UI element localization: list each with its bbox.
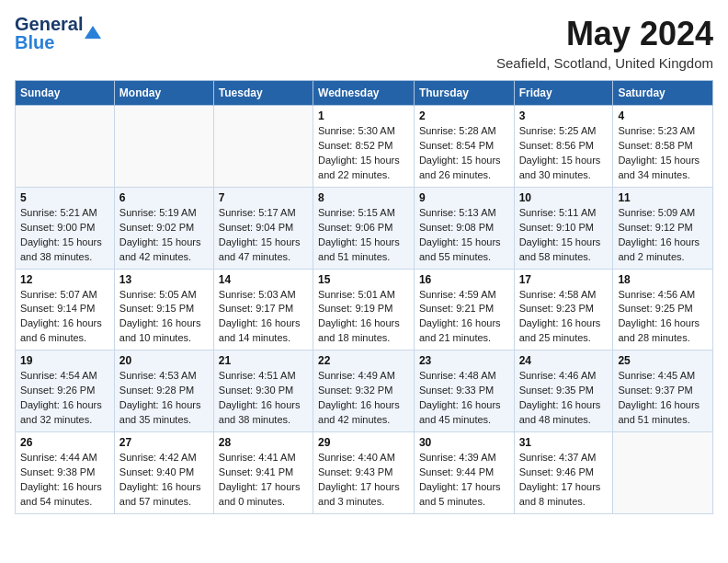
calendar-header-tuesday: Tuesday bbox=[213, 81, 313, 106]
day-detail: Sunrise: 5:13 AMSunset: 9:08 PMDaylight:… bbox=[419, 206, 509, 265]
day-number: 27 bbox=[119, 436, 209, 449]
day-number: 7 bbox=[219, 191, 308, 204]
day-number: 30 bbox=[419, 436, 509, 449]
day-detail: Sunrise: 5:09 AMSunset: 9:12 PMDaylight:… bbox=[618, 206, 708, 265]
day-number: 19 bbox=[20, 354, 109, 367]
logo-general: General bbox=[15, 15, 83, 33]
calendar-cell: 1Sunrise: 5:30 AMSunset: 8:52 PMDaylight… bbox=[313, 106, 415, 188]
day-detail: Sunrise: 4:45 AMSunset: 9:37 PMDaylight:… bbox=[618, 369, 708, 428]
logo-blue: Blue bbox=[15, 33, 83, 52]
calendar-cell: 5Sunrise: 5:21 AMSunset: 9:00 PMDaylight… bbox=[16, 187, 115, 269]
calendar-header-monday: Monday bbox=[114, 81, 213, 106]
day-number: 22 bbox=[318, 354, 409, 367]
svg-marker-0 bbox=[85, 26, 101, 39]
day-detail: Sunrise: 4:42 AMSunset: 9:40 PMDaylight:… bbox=[119, 451, 209, 510]
calendar-cell: 18Sunrise: 4:56 AMSunset: 9:25 PMDayligh… bbox=[613, 269, 713, 350]
calendar-cell: 11Sunrise: 5:09 AMSunset: 9:12 PMDayligh… bbox=[613, 187, 713, 269]
calendar-cell: 6Sunrise: 5:19 AMSunset: 9:02 PMDaylight… bbox=[114, 187, 213, 269]
calendar-cell: 29Sunrise: 4:40 AMSunset: 9:43 PMDayligh… bbox=[313, 432, 415, 514]
day-number: 26 bbox=[20, 436, 109, 449]
day-detail: Sunrise: 4:48 AMSunset: 9:33 PMDaylight:… bbox=[419, 369, 509, 428]
day-detail: Sunrise: 4:49 AMSunset: 9:32 PMDaylight:… bbox=[318, 369, 409, 428]
day-detail: Sunrise: 4:44 AMSunset: 9:38 PMDaylight:… bbox=[20, 451, 109, 510]
day-detail: Sunrise: 4:37 AMSunset: 9:46 PMDaylight:… bbox=[519, 451, 609, 510]
calendar-header-sunday: Sunday bbox=[16, 81, 115, 106]
day-detail: Sunrise: 5:15 AMSunset: 9:06 PMDaylight:… bbox=[318, 206, 409, 265]
day-number: 5 bbox=[20, 191, 109, 204]
day-detail: Sunrise: 5:25 AMSunset: 8:56 PMDaylight:… bbox=[519, 124, 609, 183]
day-number: 4 bbox=[618, 109, 708, 122]
day-number: 24 bbox=[519, 354, 609, 367]
day-detail: Sunrise: 5:01 AMSunset: 9:19 PMDaylight:… bbox=[318, 288, 409, 347]
day-detail: Sunrise: 4:46 AMSunset: 9:35 PMDaylight:… bbox=[519, 369, 609, 428]
header: General Blue May 2024 Seafield, Scotland… bbox=[15, 15, 713, 71]
day-number: 28 bbox=[219, 436, 308, 449]
day-detail: Sunrise: 4:53 AMSunset: 9:28 PMDaylight:… bbox=[119, 369, 209, 428]
day-detail: Sunrise: 5:21 AMSunset: 9:00 PMDaylight:… bbox=[20, 206, 109, 265]
calendar-cell: 25Sunrise: 4:45 AMSunset: 9:37 PMDayligh… bbox=[613, 350, 713, 432]
day-detail: Sunrise: 5:23 AMSunset: 8:58 PMDaylight:… bbox=[618, 124, 708, 183]
calendar-cell bbox=[114, 106, 213, 188]
location: Seafield, Scotland, United Kingdom bbox=[496, 55, 713, 71]
calendar-cell bbox=[613, 432, 713, 514]
day-number: 12 bbox=[20, 273, 109, 286]
day-number: 11 bbox=[618, 191, 708, 204]
day-detail: Sunrise: 5:03 AMSunset: 9:17 PMDaylight:… bbox=[219, 288, 308, 347]
day-number: 29 bbox=[318, 436, 409, 449]
calendar-cell bbox=[16, 106, 115, 188]
calendar-header-row: SundayMondayTuesdayWednesdayThursdayFrid… bbox=[16, 81, 713, 106]
day-number: 8 bbox=[318, 191, 409, 204]
calendar-cell: 4Sunrise: 5:23 AMSunset: 8:58 PMDaylight… bbox=[613, 106, 713, 188]
month-title: May 2024 bbox=[496, 15, 713, 53]
day-detail: Sunrise: 5:19 AMSunset: 9:02 PMDaylight:… bbox=[119, 206, 209, 265]
calendar-cell: 2Sunrise: 5:28 AMSunset: 8:54 PMDaylight… bbox=[414, 106, 514, 188]
title-area: May 2024 Seafield, Scotland, United King… bbox=[496, 15, 713, 71]
day-number: 23 bbox=[419, 354, 509, 367]
calendar-cell: 17Sunrise: 4:58 AMSunset: 9:23 PMDayligh… bbox=[514, 269, 613, 350]
calendar-cell: 26Sunrise: 4:44 AMSunset: 9:38 PMDayligh… bbox=[16, 432, 115, 514]
day-detail: Sunrise: 4:59 AMSunset: 9:21 PMDaylight:… bbox=[419, 288, 509, 347]
calendar-cell: 28Sunrise: 4:41 AMSunset: 9:41 PMDayligh… bbox=[213, 432, 313, 514]
calendar-cell: 19Sunrise: 4:54 AMSunset: 9:26 PMDayligh… bbox=[16, 350, 115, 432]
calendar-cell: 3Sunrise: 5:25 AMSunset: 8:56 PMDaylight… bbox=[514, 106, 613, 188]
calendar-header-saturday: Saturday bbox=[613, 81, 713, 106]
day-number: 13 bbox=[119, 273, 209, 286]
day-number: 25 bbox=[618, 354, 708, 367]
day-detail: Sunrise: 4:54 AMSunset: 9:26 PMDaylight:… bbox=[20, 369, 109, 428]
calendar-cell: 16Sunrise: 4:59 AMSunset: 9:21 PMDayligh… bbox=[414, 269, 514, 350]
calendar-cell: 31Sunrise: 4:37 AMSunset: 9:46 PMDayligh… bbox=[514, 432, 613, 514]
day-detail: Sunrise: 4:40 AMSunset: 9:43 PMDaylight:… bbox=[318, 451, 409, 510]
calendar-cell: 23Sunrise: 4:48 AMSunset: 9:33 PMDayligh… bbox=[414, 350, 514, 432]
day-detail: Sunrise: 5:30 AMSunset: 8:52 PMDaylight:… bbox=[318, 124, 409, 183]
calendar-cell bbox=[213, 106, 313, 188]
calendar-header-wednesday: Wednesday bbox=[313, 81, 415, 106]
day-number: 20 bbox=[119, 354, 209, 367]
day-number: 3 bbox=[519, 109, 609, 122]
day-detail: Sunrise: 4:58 AMSunset: 9:23 PMDaylight:… bbox=[519, 288, 609, 347]
calendar-week-row: 12Sunrise: 5:07 AMSunset: 9:14 PMDayligh… bbox=[16, 269, 713, 350]
day-detail: Sunrise: 4:56 AMSunset: 9:25 PMDaylight:… bbox=[618, 288, 708, 347]
calendar-cell: 24Sunrise: 4:46 AMSunset: 9:35 PMDayligh… bbox=[514, 350, 613, 432]
day-number: 15 bbox=[318, 273, 409, 286]
day-detail: Sunrise: 5:28 AMSunset: 8:54 PMDaylight:… bbox=[419, 124, 509, 183]
day-number: 9 bbox=[419, 191, 509, 204]
calendar-week-row: 1Sunrise: 5:30 AMSunset: 8:52 PMDaylight… bbox=[16, 106, 713, 188]
day-number: 18 bbox=[618, 273, 708, 286]
day-detail: Sunrise: 5:05 AMSunset: 9:15 PMDaylight:… bbox=[119, 288, 209, 347]
day-number: 14 bbox=[219, 273, 308, 286]
day-detail: Sunrise: 5:07 AMSunset: 9:14 PMDaylight:… bbox=[20, 288, 109, 347]
day-number: 6 bbox=[119, 191, 209, 204]
calendar-cell: 27Sunrise: 4:42 AMSunset: 9:40 PMDayligh… bbox=[114, 432, 213, 514]
calendar-week-row: 5Sunrise: 5:21 AMSunset: 9:00 PMDaylight… bbox=[16, 187, 713, 269]
calendar-week-row: 26Sunrise: 4:44 AMSunset: 9:38 PMDayligh… bbox=[16, 432, 713, 514]
day-number: 10 bbox=[519, 191, 609, 204]
day-number: 2 bbox=[419, 109, 509, 122]
calendar-cell: 20Sunrise: 4:53 AMSunset: 9:28 PMDayligh… bbox=[114, 350, 213, 432]
day-detail: Sunrise: 4:51 AMSunset: 9:30 PMDaylight:… bbox=[219, 369, 308, 428]
day-detail: Sunrise: 5:17 AMSunset: 9:04 PMDaylight:… bbox=[219, 206, 308, 265]
day-number: 1 bbox=[318, 109, 409, 122]
calendar-cell: 22Sunrise: 4:49 AMSunset: 9:32 PMDayligh… bbox=[313, 350, 415, 432]
calendar-cell: 8Sunrise: 5:15 AMSunset: 9:06 PMDaylight… bbox=[313, 187, 415, 269]
calendar-header-friday: Friday bbox=[514, 81, 613, 106]
calendar-cell: 21Sunrise: 4:51 AMSunset: 9:30 PMDayligh… bbox=[213, 350, 313, 432]
